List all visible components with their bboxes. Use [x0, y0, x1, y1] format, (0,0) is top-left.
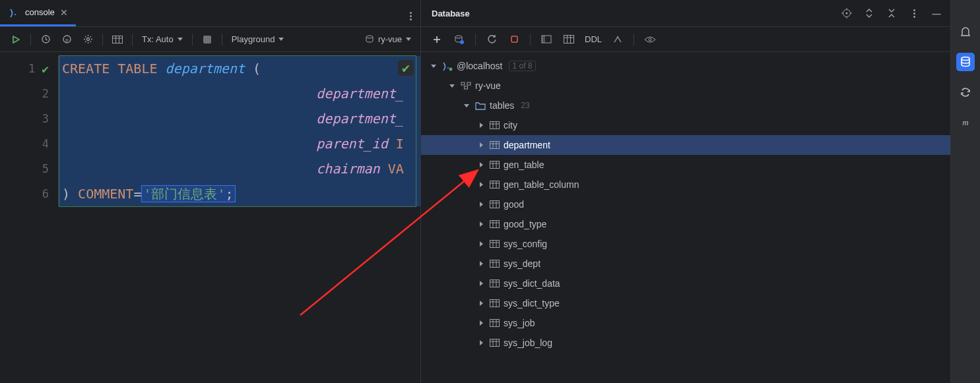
ddl-label: DDL [585, 34, 602, 44]
svg-rect-58 [490, 201, 500, 208]
database-tool-button[interactable] [956, 53, 975, 71]
table-name: sys_dict_data [504, 278, 560, 289]
target-icon[interactable] [838, 5, 855, 22]
svg-rect-86 [490, 339, 500, 347]
tree-table-row[interactable]: sys_config [421, 234, 950, 254]
svg-line-9 [85, 36, 86, 37]
datasource-properties-button[interactable] [450, 30, 469, 49]
svg-rect-39 [461, 82, 465, 85]
tree-schema[interactable]: ry-vue [421, 76, 950, 96]
database-tree[interactable]: @localhost 1 of 8 ry-vue tables 23 cityd… [421, 52, 950, 383]
collapse-all-icon[interactable] [883, 5, 900, 22]
expand-toggle[interactable] [476, 142, 486, 148]
line-number: 4 [42, 137, 49, 150]
close-icon[interactable]: ✕ [60, 7, 68, 18]
history-button[interactable] [36, 30, 55, 49]
tree-table-row[interactable]: good_type [421, 214, 950, 234]
view-options-button[interactable] [641, 30, 659, 49]
table-name: sys_dept [504, 258, 540, 269]
table-button[interactable] [560, 30, 578, 49]
playground-selector[interactable]: Playground [228, 30, 288, 49]
datasource-selector[interactable]: ry-vue [361, 30, 415, 49]
expand-toggle[interactable] [476, 221, 486, 227]
tree-table-row[interactable]: sys_job_log [421, 333, 950, 353]
database-panel: Database — [421, 0, 951, 383]
hide-panel-icon[interactable]: — [928, 5, 945, 22]
gutter: 1✔ 2 3 4 5 6 [0, 52, 58, 383]
schema-icon [461, 82, 471, 90]
tx-mode-selector[interactable]: Tx: Auto [138, 30, 187, 49]
table-icon [490, 220, 500, 228]
code-editor[interactable]: 1✔ 2 3 4 5 6 ✔ CREATE TABLE department (… [0, 52, 420, 383]
expand-toggle[interactable] [447, 84, 457, 88]
tree-tables-folder[interactable]: tables 23 [421, 96, 950, 115]
svg-rect-82 [490, 320, 500, 327]
expand-toggle[interactable] [476, 162, 486, 167]
m-tool-button[interactable]: m [956, 113, 975, 132]
expand-toggle[interactable] [476, 261, 486, 266]
table-name: gen_table [504, 160, 544, 170]
datasource-icon [442, 61, 453, 71]
expand-toggle[interactable] [476, 301, 486, 306]
line-number: 2 [42, 87, 49, 100]
editor-tabs-more[interactable] [401, 6, 420, 20]
tree-table-row[interactable]: sys_dept [421, 254, 950, 274]
explain-plan-button[interactable]: p [57, 30, 76, 49]
table-name: department [504, 140, 550, 150]
table-name: sys_config [504, 239, 547, 249]
expand-toggle[interactable] [476, 123, 486, 128]
tree-table-row[interactable]: sys_dict_type [421, 293, 950, 313]
tree-table-row[interactable]: department [421, 135, 950, 155]
tab-console[interactable]: console ✕ [0, 0, 76, 26]
database-toolbar: DDL [421, 27, 950, 52]
settings-button[interactable] [79, 30, 97, 49]
sync-tool-button[interactable] [956, 83, 975, 102]
panel-menu-icon[interactable] [905, 5, 923, 22]
folder-icon [475, 102, 486, 110]
refresh-button[interactable] [482, 30, 501, 49]
tree-table-row[interactable]: good [421, 194, 950, 214]
table-icon [490, 280, 500, 287]
table-name: sys_job [504, 318, 535, 328]
expand-collapse-icon[interactable] [861, 5, 878, 22]
diagram-button[interactable] [608, 30, 627, 49]
expand-toggle[interactable] [476, 340, 486, 345]
tree-datasource-root[interactable]: @localhost 1 of 8 [421, 56, 950, 76]
svg-point-38 [449, 68, 453, 71]
expand-toggle[interactable] [476, 281, 486, 286]
expand-toggle[interactable] [476, 320, 486, 326]
table-name: sys_job_log [504, 338, 552, 348]
stop-button[interactable] [505, 30, 523, 49]
notifications-button[interactable] [956, 22, 975, 41]
tree-table-row[interactable]: gen_table [421, 155, 950, 175]
tree-table-row[interactable]: gen_table_column [421, 175, 950, 194]
svg-point-26 [455, 36, 462, 38]
right-tool-strip: m [951, 0, 980, 383]
svg-rect-50 [490, 162, 500, 169]
stop-button[interactable] [198, 30, 216, 49]
line-number: 3 [42, 112, 49, 125]
code-lines: CREATE TABLE department ( department_ de… [58, 52, 420, 206]
editor-tabs: console ✕ [0, 0, 420, 27]
table-name: good_type [504, 219, 546, 229]
svg-rect-78 [490, 300, 500, 307]
expand-toggle[interactable] [476, 202, 486, 207]
svg-rect-28 [511, 36, 517, 42]
tab-console-label: console [25, 7, 55, 17]
ddl-button[interactable]: DDL [582, 30, 604, 49]
expand-toggle[interactable] [476, 241, 486, 247]
table-icon [490, 339, 500, 347]
add-datasource-button[interactable] [428, 30, 446, 49]
tree-table-row[interactable]: city [421, 115, 950, 135]
run-button[interactable] [7, 30, 25, 49]
tree-table-row[interactable]: sys_dict_data [421, 274, 950, 293]
table-view-button[interactable] [108, 30, 127, 49]
expand-toggle[interactable] [462, 104, 471, 107]
jump-to-console-button[interactable] [537, 30, 556, 49]
datasource-label: @localhost [457, 61, 502, 71]
expand-toggle[interactable] [429, 65, 438, 68]
expand-toggle[interactable] [476, 182, 486, 187]
tree-table-row[interactable]: sys_job [421, 313, 950, 333]
svg-point-17 [366, 36, 373, 38]
line-number: 1 [28, 62, 35, 75]
